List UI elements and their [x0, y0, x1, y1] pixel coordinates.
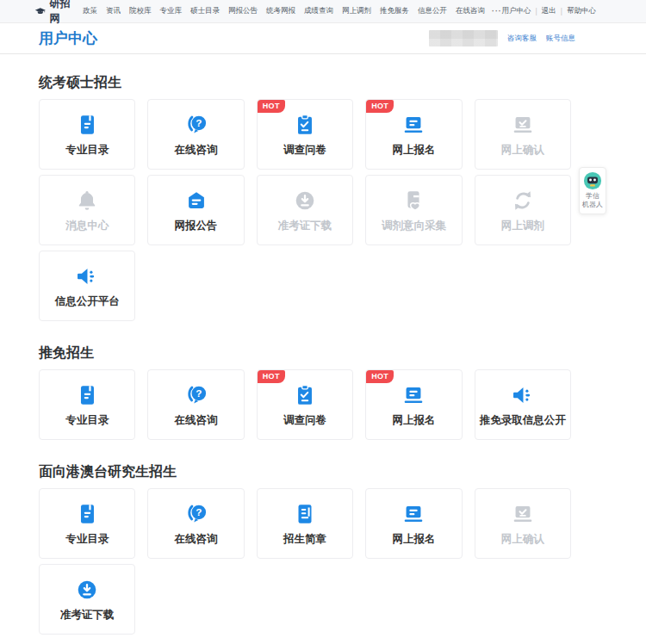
card-admission-ticket-download[interactable]: 准考证下载 [39, 564, 135, 635]
card-label: 专业目录 [65, 532, 109, 547]
clipboard-check-icon [292, 112, 318, 138]
account-link-0[interactable]: 用户中心 [502, 6, 531, 16]
notebook-icon [74, 112, 100, 138]
section-title: 统考硕士招生 [39, 74, 571, 91]
card-admission-guide[interactable]: 招生简章 [257, 488, 353, 559]
card-message-center: 消息中心 [39, 175, 135, 245]
card-tuimian-admission-disclosure[interactable]: 推免录取信息公开 [475, 369, 571, 440]
card-major-catalog[interactable]: 专业目录 [39, 488, 135, 559]
card-application-notice[interactable]: 网报公告 [147, 175, 244, 245]
nav-item-0[interactable]: 政策 [81, 6, 99, 16]
card-label: 网上确认 [501, 143, 544, 158]
account-link-1[interactable]: 退出 [542, 6, 556, 16]
card-survey-questionnaire[interactable]: HOT调查问卷 [257, 99, 353, 170]
card-info-disclosure-platform[interactable]: 信息公开平台 [39, 251, 135, 321]
more-menu-icon[interactable]: ··· [492, 7, 502, 15]
nav-item-9[interactable]: 推免服务 [378, 6, 411, 16]
section-hk-macao-taiwan: 面向港澳台研究生招生专业目录?在线咨询招生简章网上报名网上确认准考证下载 [39, 463, 571, 635]
card-label: 网上报名 [392, 143, 435, 158]
card-label: 专业目录 [65, 143, 109, 158]
speaker-icon [510, 382, 536, 408]
site-logo-text: 研招网 [50, 0, 71, 26]
section-tuimian: 推免招生专业目录?在线咨询HOT调查问卷HOT网上报名推免录取信息公开 [39, 344, 571, 440]
refresh-icon [510, 188, 536, 214]
hot-badge: HOT [366, 100, 394, 113]
page-title: 用户中心 [39, 28, 97, 48]
customer-service-link[interactable]: 咨询客服 [507, 34, 537, 44]
hot-badge: HOT [258, 100, 285, 113]
card-label: 调查问卷 [283, 413, 326, 428]
card-label: 专业目录 [65, 413, 109, 428]
account-link-2[interactable]: 帮助中心 [567, 6, 596, 16]
card-online-consult[interactable]: ?在线咨询 [147, 369, 244, 440]
download-circle-icon [292, 188, 318, 214]
announcement-icon [183, 188, 209, 214]
card-label: 信息公开平台 [55, 294, 120, 309]
notebook-icon [74, 501, 100, 527]
nav-item-8[interactable]: 网上调剂 [340, 6, 373, 16]
card-transfer-intent-collection: 调剂意向采集 [365, 175, 462, 245]
download-circle-icon [74, 577, 100, 603]
speaker-icon [74, 263, 100, 289]
card-online-transfer: 网上调剂 [475, 175, 571, 245]
card-grid: 专业目录?在线咨询HOT调查问卷HOT网上报名网上确认消息中心网报公告准考证下载… [39, 99, 571, 321]
nav-item-2[interactable]: 院校库 [127, 6, 153, 16]
user-name-redacted [429, 30, 498, 46]
section-title: 面向港澳台研究生招生 [39, 463, 571, 480]
robot-assistant-widget[interactable]: 学信 机器人 [579, 167, 606, 214]
laptop-check-icon [510, 501, 536, 527]
nav-item-7[interactable]: 成绩查询 [302, 6, 335, 16]
card-online-registration[interactable]: 网上报名 [365, 488, 462, 559]
card-survey-questionnaire[interactable]: HOT调查问卷 [257, 369, 353, 440]
notebook-icon [74, 382, 100, 408]
card-label: 准考证下载 [60, 608, 115, 622]
account-info-link[interactable]: 账号信息 [546, 34, 575, 44]
main-content: 统考硕士招生专业目录?在线咨询HOT调查问卷HOT网上报名网上确认消息中心网报公… [0, 74, 646, 635]
card-label: 调查问卷 [283, 143, 326, 158]
card-label: 推免录取信息公开 [480, 413, 566, 428]
svg-text:?: ? [196, 387, 202, 399]
nav-item-10[interactable]: 信息公开 [416, 6, 449, 16]
nav-item-1[interactable]: 资讯 [104, 6, 122, 16]
header-right: 咨询客服 账号信息 [429, 30, 575, 46]
svg-text:?: ? [196, 506, 202, 517]
card-label: 网报公告 [175, 219, 218, 233]
card-online-registration[interactable]: HOT网上报名 [365, 369, 462, 440]
navbar-left: 研招网 政策资讯院校库专业库硕士目录网报公告统考网报成绩查询网上调剂推免服务信息… [34, 0, 502, 26]
card-online-registration[interactable]: HOT网上报名 [365, 99, 462, 170]
card-online-confirmation: 网上确认 [475, 99, 571, 170]
nav-account-links: 用户中心|退出|帮助中心 [502, 6, 596, 16]
clipboard-check-icon [292, 382, 318, 408]
card-label: 在线咨询 [175, 143, 218, 158]
robot-widget-label: 学信 机器人 [582, 192, 603, 209]
top-navbar: 研招网 政策资讯院校库专业库硕士目录网报公告统考网报成绩查询网上调剂推免服务信息… [0, 0, 646, 23]
nav-item-4[interactable]: 硕士目录 [189, 6, 221, 16]
laptop-check-icon [510, 112, 536, 138]
chat-question-icon: ? [183, 382, 209, 408]
card-major-catalog[interactable]: 专业目录 [39, 369, 135, 440]
card-label: 在线咨询 [175, 413, 218, 428]
section-title: 推免招生 [39, 344, 571, 362]
card-label: 在线咨询 [175, 532, 218, 547]
laptop-icon [401, 112, 426, 138]
svg-text:?: ? [196, 117, 202, 128]
card-online-consult[interactable]: ?在线咨询 [147, 99, 244, 170]
card-label: 消息中心 [65, 219, 109, 233]
card-label: 招生简章 [283, 532, 326, 547]
doc-heart-icon [401, 188, 426, 214]
page-header: 用户中心 咨询客服 账号信息 [0, 23, 646, 54]
nav-item-3[interactable]: 专业库 [158, 6, 184, 16]
card-grid: 专业目录?在线咨询HOT调查问卷HOT网上报名推免录取信息公开 [39, 369, 571, 440]
card-online-consult[interactable]: ?在线咨询 [147, 488, 244, 559]
nav-item-5[interactable]: 网报公告 [227, 6, 259, 16]
card-admission-ticket-download: 准考证下载 [257, 175, 353, 245]
card-label: 网上调剂 [501, 219, 544, 233]
nav-item-11[interactable]: 在线咨询 [454, 6, 487, 16]
chat-question-icon: ? [183, 112, 209, 138]
card-label: 网上报名 [392, 413, 435, 428]
card-major-catalog[interactable]: 专业目录 [39, 99, 135, 170]
laptop-icon [401, 501, 426, 527]
main-nav: 政策资讯院校库专业库硕士目录网报公告统考网报成绩查询网上调剂推免服务信息公开在线… [81, 6, 502, 16]
nav-item-6[interactable]: 统考网报 [264, 6, 297, 16]
site-logo[interactable]: 研招网 [34, 0, 71, 26]
